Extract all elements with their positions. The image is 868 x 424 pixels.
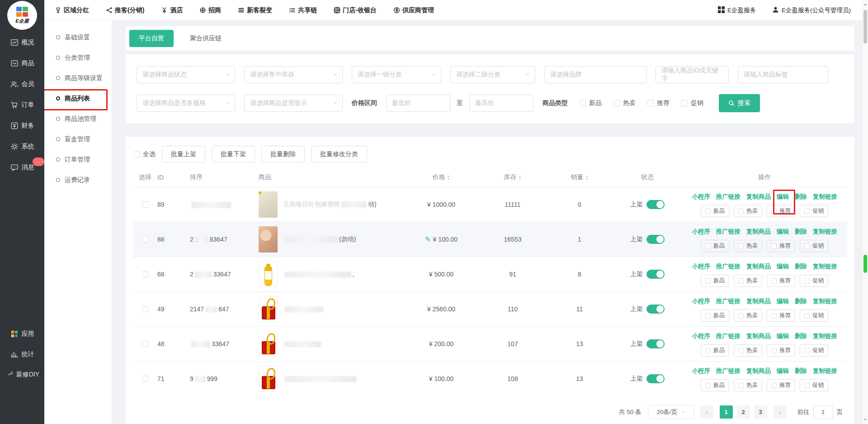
status-toggle[interactable] [646,235,665,244]
page-button[interactable]: 1 [720,405,733,419]
op-link-删除[interactable]: 删除 [795,193,807,201]
op-check-热卖[interactable]: 热卖 [734,310,762,322]
sidebar-item[interactable]: 商品 [10,59,34,67]
op-check-新品[interactable]: 新品 [701,310,729,322]
filter-input[interactable]: 请输入商品ID或关键字 [656,66,729,83]
tab-supply-chain[interactable]: 聚合供应链 [190,34,222,43]
op-link-编辑[interactable]: 编辑 [777,367,789,375]
top-menu-item[interactable]: 区域分红 [54,6,89,14]
op-link-删除[interactable]: 删除 [795,367,807,375]
sort-arrows-icon[interactable]: ▲▼ [519,175,522,181]
submenu-item[interactable]: 运费记录 [44,170,112,190]
sidebar-item[interactable]: 消息 ... [10,163,34,172]
op-link-复制链接[interactable]: 复制链接 [813,297,837,305]
row-checkbox[interactable] [142,201,148,208]
row-checkbox[interactable] [142,341,148,347]
top-menu-item[interactable]: 招商 [199,6,221,14]
op-link-推广链接[interactable]: 推广链接 [716,367,741,375]
product-image[interactable] [259,331,278,357]
submenu-item[interactable]: 商品等级设置 [44,68,112,88]
op-link-删除[interactable]: 删除 [795,228,807,236]
op-check-热卖[interactable]: 热卖 [734,379,762,391]
submenu-item[interactable]: 分类管理 [44,48,112,68]
service-menu[interactable]: E企盈服务 [718,6,756,14]
select-all-checkbox[interactable]: 全选 [134,150,156,158]
product-image[interactable] [259,191,278,218]
type-checkbox[interactable]: 促销 [681,99,703,107]
filter-input[interactable]: 请输入商品标签 [738,66,828,83]
filter-select[interactable]: 请选择售中库存 ˅ [244,66,343,83]
sidebar-item[interactable]: 应用 [10,329,34,338]
type-checkbox[interactable]: 热卖 [613,99,636,107]
op-link-小程序[interactable]: 小程序 [692,228,710,236]
scroll-up-icon[interactable]: ▲ [863,2,868,6]
top-menu-item[interactable]: 酒店 [160,6,183,14]
submenu-item[interactable]: 盲盒管理 [44,129,112,149]
row-checkbox[interactable] [142,236,148,243]
top-menu-item[interactable]: 门店-收银台 [333,6,377,14]
op-check-促销[interactable]: 促销 [800,205,828,217]
op-link-小程序[interactable]: 小程序 [692,193,710,201]
op-check-推荐[interactable]: 推荐 [767,240,795,252]
status-toggle[interactable] [646,374,665,383]
op-link-删除[interactable]: 删除 [795,262,807,271]
product-image[interactable] [259,366,278,392]
op-link-小程序[interactable]: 小程序 [692,367,710,375]
account-menu[interactable]: E企盈服务(公众号管理员) [772,6,851,14]
row-checkbox[interactable] [142,306,148,312]
goto-page-input[interactable]: 1 [813,405,833,419]
op-link-编辑[interactable]: 编辑 [777,193,789,201]
page-size-select[interactable]: 20条/页 ˅ [648,405,694,419]
op-check-新品[interactable]: 新品 [701,344,729,357]
op-check-新品[interactable]: 新品 [701,275,729,287]
op-link-编辑[interactable]: 编辑 [777,297,789,305]
op-link-复制链接[interactable]: 复制链接 [813,332,837,340]
row-checkbox[interactable] [142,376,148,382]
status-toggle[interactable] [646,270,665,279]
price-max-input[interactable]: 最高价 [469,95,533,112]
sort-arrows-icon[interactable]: ▲▼ [447,175,450,181]
op-link-复制链接[interactable]: 复制链接 [813,262,837,271]
product-image[interactable] [259,296,278,322]
op-check-新品[interactable]: 新品 [701,205,729,217]
filter-select[interactable]: 请选择商品是否显示 ˅ [244,95,343,112]
op-check-新品[interactable]: 新品 [701,240,729,252]
batch-button[interactable]: 批量修改分类 [311,146,367,162]
product-image[interactable] [259,226,278,252]
op-link-复制商品[interactable]: 复制商品 [746,193,771,201]
top-menu-item[interactable]: 共享链 [288,6,317,14]
op-check-推荐[interactable]: 推荐 [767,379,795,391]
op-check-新品[interactable]: 新品 [701,379,729,391]
op-link-删除[interactable]: 删除 [795,297,807,305]
submenu-item[interactable]: 商品列表 [44,88,112,109]
submenu-item[interactable]: 订单管理 [44,149,112,170]
filter-select[interactable]: 请选择一级分类 ˅ [352,66,441,83]
op-link-编辑[interactable]: 编辑 [777,332,789,340]
submenu-item[interactable]: 基础设置 [44,27,112,48]
op-link-删除[interactable]: 删除 [795,332,807,340]
op-check-热卖[interactable]: 热卖 [734,344,762,357]
op-check-促销[interactable]: 促销 [800,240,828,252]
op-link-推广链接[interactable]: 推广链接 [716,228,741,236]
batch-button[interactable]: 批量上架 [162,146,205,162]
op-link-复制商品[interactable]: 复制商品 [746,297,771,305]
sort-arrows-icon[interactable]: ▲▼ [585,175,589,181]
prev-page-button[interactable]: ‹ [700,405,713,419]
top-menu-item[interactable]: 新客裂变 [237,6,272,14]
product-image[interactable] [259,261,278,287]
op-check-促销[interactable]: 促销 [800,275,828,287]
op-check-推荐[interactable]: 推荐 [767,205,795,217]
next-page-button[interactable]: › [774,405,787,419]
op-link-复制链接[interactable]: 复制链接 [813,228,837,236]
top-menu-item[interactable]: 推客(分销) [105,6,144,14]
status-toggle[interactable] [646,305,665,314]
op-link-复制链接[interactable]: 复制链接 [813,193,837,201]
status-toggle[interactable] [646,339,665,348]
op-check-热卖[interactable]: 热卖 [734,240,762,252]
op-link-推广链接[interactable]: 推广链接 [716,193,741,201]
op-link-小程序[interactable]: 小程序 [692,297,710,305]
op-check-促销[interactable]: 促销 [800,344,828,357]
filter-select[interactable]: 请选择商品是否多规格 ˅ [137,95,235,112]
op-check-热卖[interactable]: 热卖 [734,275,762,287]
status-toggle[interactable] [646,200,665,209]
